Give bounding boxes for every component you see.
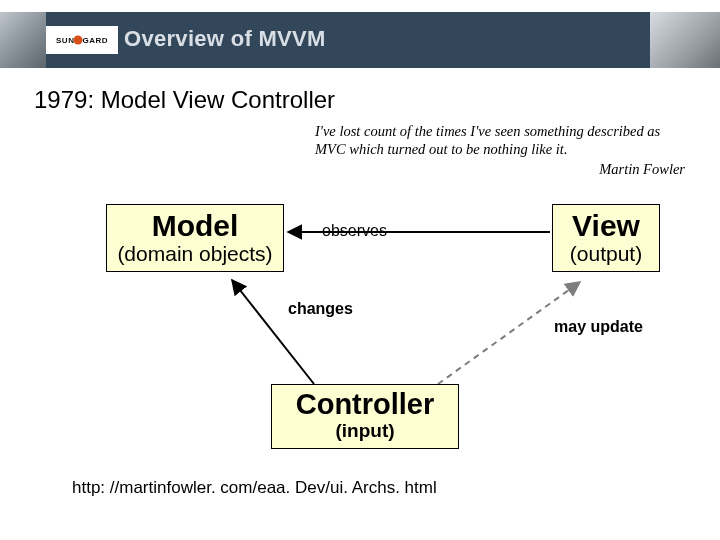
logo-text: SUNGARD (56, 36, 108, 45)
edge-label-observes: observes (322, 222, 387, 240)
slide: SUNGARD Overview of MVVM 1979: Model Vie… (0, 0, 720, 540)
header-bar: SUNGARD Overview of MVVM (0, 12, 720, 68)
pull-quote: I've lost count of the times I've seen s… (315, 122, 685, 178)
quote-attribution: Martin Fowler (315, 160, 685, 178)
node-model-sub: (domain objects) (113, 242, 277, 265)
node-controller-title: Controller (278, 389, 452, 421)
sun-icon (75, 37, 81, 43)
edge-label-changes: changes (288, 300, 353, 318)
logo-plate: SUNGARD (46, 26, 118, 54)
node-model-title: Model (113, 209, 277, 242)
node-view: View (output) (552, 204, 660, 272)
edge-label-may-update: may update (554, 318, 643, 336)
header-photo-left (0, 12, 46, 68)
node-view-sub: (output) (559, 242, 653, 265)
footer-url: http: //martinfowler. com/eaa. Dev/ui. A… (72, 478, 437, 498)
section-heading: 1979: Model View Controller (34, 86, 335, 114)
node-controller: Controller (input) (271, 384, 459, 449)
svg-line-1 (232, 280, 314, 384)
quote-body: I've lost count of the times I've seen s… (315, 122, 685, 158)
slide-title: Overview of MVVM (124, 26, 326, 52)
node-model: Model (domain objects) (106, 204, 284, 272)
header-photo-right (650, 12, 720, 68)
node-view-title: View (559, 209, 653, 242)
node-controller-sub: (input) (278, 421, 452, 442)
